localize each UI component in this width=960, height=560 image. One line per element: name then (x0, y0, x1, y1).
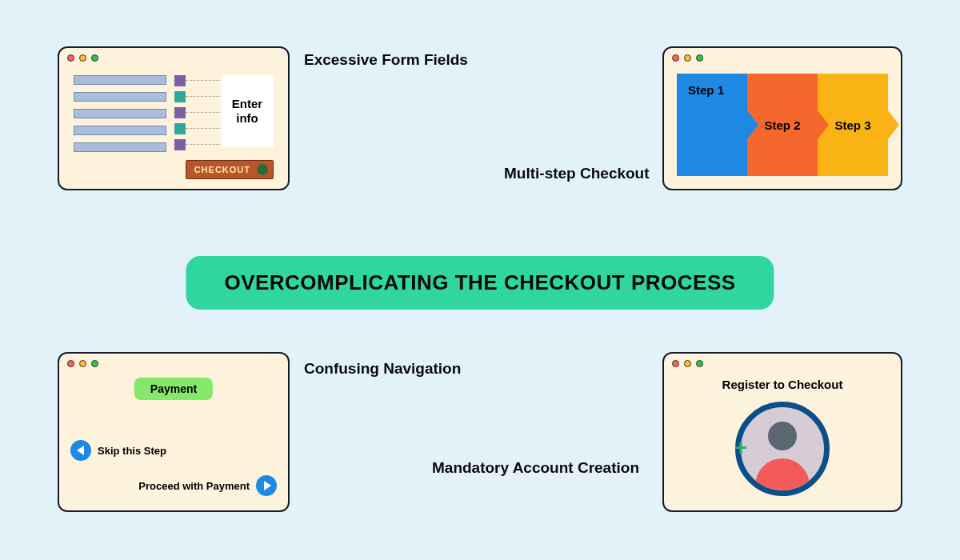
skip-step-link[interactable]: Skip this Step (70, 440, 166, 461)
arrow-right-icon (256, 475, 277, 496)
step-label: Step 3 (834, 118, 870, 132)
square-icon (174, 75, 186, 86)
payment-badge: Payment (134, 378, 213, 400)
window-controls (672, 360, 703, 367)
close-icon (67, 54, 74, 62)
minimize-icon (684, 360, 691, 367)
step-label: Step 1 (688, 83, 724, 97)
square-icon (174, 107, 186, 118)
proceed-payment-label: Proceed with Payment (138, 480, 250, 492)
minimize-icon (684, 54, 691, 62)
minimize-icon (79, 54, 86, 62)
form-field (74, 92, 166, 102)
form-field (74, 109, 166, 118)
maximize-icon (696, 54, 703, 62)
connector-line (186, 112, 222, 113)
form-field-stack (74, 75, 166, 152)
square-icon (174, 123, 186, 134)
chevron-right-icon (888, 110, 899, 139)
main-title: OVERCOMPLICATING THE CHECKOUT PROCESS (186, 256, 774, 310)
square-icon (174, 139, 186, 150)
enter-info-panel: Enter info (221, 75, 274, 147)
arrow-left-icon (70, 440, 91, 461)
step-label: Step 2 (764, 118, 800, 132)
checkout-button[interactable]: CHECKOUT (186, 160, 274, 179)
label-excessive-form-fields: Excessive Form Fields (304, 51, 468, 69)
window-controls (672, 54, 703, 62)
label-mandatory-account-creation: Mandatory Account Creation (432, 459, 639, 477)
connector-line (186, 144, 222, 145)
plus-icon: + (732, 440, 750, 458)
skip-step-label: Skip this Step (98, 445, 166, 457)
label-confusing-navigation: Confusing Navigation (304, 360, 461, 378)
connector-line (186, 96, 222, 97)
close-icon (672, 54, 679, 62)
register-title: Register to Checkout (664, 378, 901, 391)
minimize-icon (79, 360, 86, 367)
close-icon (672, 360, 679, 367)
form-field (74, 142, 166, 152)
step-progress: Step 1 Step 2 Step 3 (677, 74, 888, 176)
window-controls (67, 54, 98, 62)
card-multi-step-checkout: Step 1 Step 2 Step 3 (662, 46, 902, 190)
form-field (74, 126, 166, 135)
window-controls (67, 360, 98, 367)
close-icon (67, 360, 74, 367)
connector-line (186, 128, 222, 129)
form-field (74, 75, 166, 85)
maximize-icon (696, 360, 703, 367)
chevron-right-icon (747, 110, 758, 139)
checkbox-stack (174, 75, 186, 150)
step-1: Step 1 (677, 74, 747, 176)
maximize-icon (91, 54, 98, 62)
card-mandatory-account-creation: Register to Checkout + (662, 352, 902, 512)
proceed-payment-link[interactable]: Proceed with Payment (138, 475, 277, 496)
chevron-right-icon (818, 110, 829, 139)
square-icon (174, 91, 186, 102)
label-multi-step-checkout: Multi-step Checkout (504, 165, 650, 182)
card-confusing-navigation: Payment Skip this Step Proceed with Paym… (58, 352, 290, 512)
connector-line (186, 80, 222, 81)
card-excessive-form-fields: Enter info CHECKOUT (58, 46, 290, 190)
maximize-icon (91, 360, 98, 367)
avatar-container: + (735, 402, 830, 496)
